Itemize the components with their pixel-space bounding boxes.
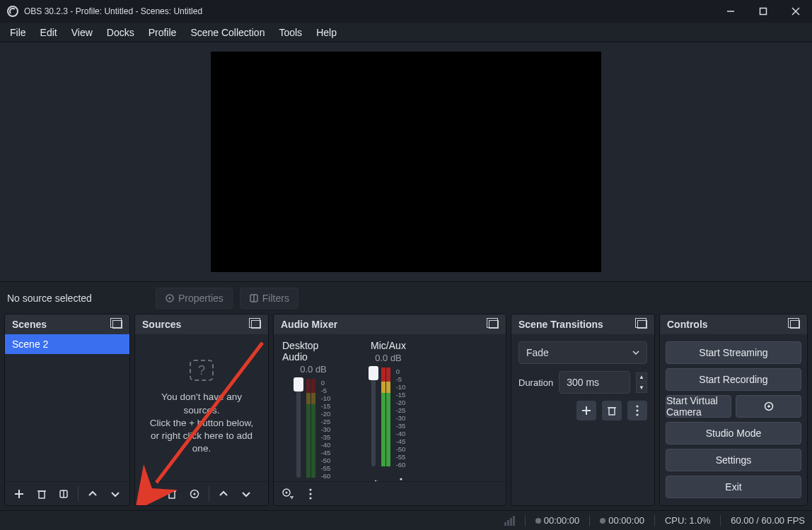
- svg-point-40: [767, 405, 770, 408]
- window-title: OBS 30.2.3 - Profile: Untitled - Scenes:…: [24, 6, 202, 16]
- svg-point-19: [194, 493, 196, 495]
- transition-select[interactable]: Fade: [518, 341, 647, 364]
- minimize-button[interactable]: [714, 0, 747, 23]
- menu-profile[interactable]: Profile: [141, 24, 184, 41]
- mixer-channel-mic: Mic/Aux 0.0 dB 0-5-10-15-20-25-30-35-40-…: [357, 340, 419, 481]
- move-scene-up-button[interactable]: [83, 484, 103, 504]
- volume-slider[interactable]: [296, 379, 301, 478]
- svg-rect-16: [169, 491, 175, 498]
- svg-point-29: [309, 488, 311, 490]
- start-virtual-camera-button[interactable]: Start Virtual Camera: [666, 395, 731, 418]
- menu-help[interactable]: Help: [309, 24, 344, 41]
- rec-dot-icon: [600, 518, 605, 524]
- exit-button[interactable]: Exit: [666, 476, 801, 498]
- popout-icon[interactable]: [112, 320, 122, 329]
- menu-edit[interactable]: Edit: [33, 24, 64, 41]
- mixer-channel-desktop: Desktop Audio 0.0 dB 0-5-10-15-20-25-30-…: [282, 340, 344, 481]
- preview-area: [0, 42, 812, 281]
- move-source-up-button[interactable]: [214, 484, 233, 504]
- svg-point-5: [169, 297, 171, 299]
- scene-filters-button[interactable]: [54, 484, 74, 504]
- settings-button[interactable]: Settings: [666, 449, 801, 471]
- remove-scene-button[interactable]: [32, 484, 52, 504]
- studio-mode-button[interactable]: Studio Mode: [666, 422, 801, 444]
- svg-rect-34: [609, 408, 615, 415]
- menubar: File Edit View Docks Profile Scene Colle…: [0, 23, 812, 42]
- preview-canvas[interactable]: [211, 52, 601, 272]
- chevron-down-icon: [632, 349, 639, 356]
- audio-meter: [381, 367, 390, 466]
- duration-step-up[interactable]: ▲: [636, 372, 647, 382]
- move-source-down-button[interactable]: [236, 484, 256, 504]
- obs-logo-icon: [7, 6, 18, 17]
- stream-time: 00:00:00: [535, 515, 580, 526]
- sources-dock: Sources ? You don't have any sources. Cl…: [134, 314, 269, 506]
- db-scale: 0-5-10-15-20-25-30-35-40-45-50-55-60: [396, 367, 406, 466]
- scene-item[interactable]: Scene 2: [5, 334, 129, 354]
- menu-view[interactable]: View: [64, 24, 100, 41]
- cpu-usage: CPU: 1.0%: [665, 515, 710, 526]
- audio-meter: [306, 379, 315, 478]
- fps-readout: 60.00 / 60.00 FPS: [731, 515, 805, 526]
- scenes-dock: Scenes Scene 2: [4, 314, 130, 506]
- menu-file[interactable]: File: [3, 24, 33, 41]
- volume-slider[interactable]: [371, 367, 376, 466]
- audio-mixer-dock: Audio Mixer Desktop Audio 0.0 dB 0-5-10-…: [273, 314, 506, 506]
- menu-scene-collection[interactable]: Scene Collection: [183, 24, 272, 41]
- live-dot-icon: [535, 518, 541, 524]
- statusbar: 00:00:00 00:00:00 CPU: 1.0% 60.00 / 60.0…: [0, 510, 812, 530]
- menu-tools[interactable]: Tools: [272, 24, 309, 41]
- mixer-header: Audio Mixer: [274, 314, 506, 334]
- popout-icon[interactable]: [790, 320, 800, 329]
- svg-rect-10: [39, 491, 45, 498]
- source-properties-button[interactable]: [185, 484, 204, 504]
- controls-dock: Controls Start Streaming Start Recording…: [659, 314, 808, 506]
- filters-button[interactable]: Filters: [240, 288, 298, 309]
- duration-step-down[interactable]: ▼: [636, 383, 647, 393]
- titlebar: OBS 30.2.3 - Profile: Untitled - Scenes:…: [0, 0, 812, 23]
- mixer-menu-button[interactable]: [301, 484, 320, 504]
- maximize-button[interactable]: [747, 0, 779, 23]
- popout-icon[interactable]: [251, 320, 261, 329]
- add-transition-button[interactable]: [576, 401, 596, 420]
- source-selection-status: No source selected: [7, 293, 149, 304]
- start-recording-button[interactable]: Start Recording: [666, 368, 801, 391]
- popout-icon[interactable]: [489, 320, 499, 329]
- scenes-header: Scenes: [5, 314, 129, 334]
- add-source-button[interactable]: [139, 484, 159, 504]
- source-toolbar: No source selected Properties Filters: [0, 281, 812, 314]
- gear-icon: [763, 401, 775, 412]
- gear-icon: [165, 293, 175, 303]
- svg-point-36: [636, 405, 638, 407]
- record-time: 00:00:00: [600, 515, 644, 526]
- svg-point-37: [636, 409, 638, 411]
- mute-button[interactable]: [366, 473, 385, 481]
- scenes-list[interactable]: Scene 2: [5, 334, 129, 481]
- virtual-camera-settings-button[interactable]: [736, 395, 801, 418]
- menu-docks[interactable]: Docks: [100, 24, 141, 41]
- popout-icon[interactable]: [637, 320, 647, 329]
- start-streaming-button[interactable]: Start Streaming: [666, 341, 801, 364]
- svg-point-38: [636, 413, 638, 416]
- svg-point-31: [309, 497, 311, 499]
- filters-icon: [249, 293, 259, 303]
- add-scene-button[interactable]: [9, 484, 29, 504]
- svg-point-30: [309, 493, 311, 495]
- sources-list[interactable]: ? You don't have any sources. Click the …: [135, 334, 268, 481]
- duration-label: Duration: [518, 377, 553, 388]
- controls-header: Controls: [660, 314, 807, 334]
- sources-header: Sources: [135, 314, 268, 334]
- svg-point-28: [286, 491, 288, 493]
- remove-source-button[interactable]: [162, 484, 182, 504]
- properties-button[interactable]: Properties: [156, 288, 233, 309]
- remove-transition-button[interactable]: [602, 401, 622, 420]
- advanced-audio-button[interactable]: [278, 484, 298, 504]
- network-icon: [504, 516, 515, 526]
- close-button[interactable]: [779, 0, 812, 23]
- duration-input[interactable]: 300 ms: [559, 371, 630, 394]
- channel-menu-button[interactable]: [391, 473, 411, 481]
- transition-menu-button[interactable]: [627, 401, 647, 420]
- transitions-header: Scene Transitions: [511, 314, 654, 334]
- move-scene-down-button[interactable]: [105, 484, 125, 504]
- svg-rect-1: [760, 8, 767, 15]
